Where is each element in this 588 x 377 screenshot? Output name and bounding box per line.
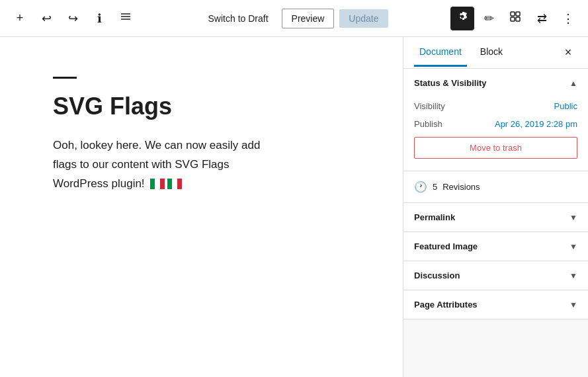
share-button[interactable]: ⇄	[530, 7, 554, 30]
featured-image-chevron-down-icon: ▼	[569, 242, 577, 251]
undo-button[interactable]: ↩	[34, 7, 58, 30]
main-area: SVG Flags Ooh, lookey here. We can now e…	[0, 37, 588, 377]
italy-flag-2	[167, 179, 182, 189]
switch-draft-button[interactable]: Switch to Draft	[200, 9, 276, 28]
svg-rect-12	[177, 179, 182, 189]
discussion-section: Discussion ▼	[403, 261, 588, 290]
revisions-row[interactable]: 🕐 5 Revisions	[403, 171, 588, 203]
sidebar: Document Block × Status & Visibility ▲ V…	[403, 37, 588, 377]
menu-button[interactable]	[114, 7, 138, 30]
page-attributes-chevron-down-icon: ▼	[569, 300, 577, 310]
svg-rect-5	[511, 17, 515, 21]
permalink-chevron-down-icon: ▼	[569, 213, 577, 222]
share-icon: ⇄	[537, 11, 547, 26]
svg-rect-3	[511, 12, 515, 16]
discussion-title: Discussion	[414, 271, 460, 280]
visibility-label: Visibility	[414, 101, 445, 111]
svg-rect-4	[516, 12, 520, 16]
status-visibility-section: Status & Visibility ▲ Visibility Public …	[403, 69, 588, 171]
more-options-icon: ⋮	[562, 11, 574, 26]
permalink-title: Permalink	[414, 212, 455, 222]
content-line2: flags to our content with SVG Flags	[53, 158, 229, 171]
title-divider	[53, 77, 77, 79]
publish-value[interactable]: Apr 26, 2019 2:28 pm	[495, 119, 577, 129]
move-to-trash-button[interactable]: Move to trash	[414, 137, 577, 159]
tools-button[interactable]: ✏	[477, 7, 501, 30]
tab-block[interactable]: Block	[475, 38, 508, 67]
svg-rect-10	[167, 179, 172, 189]
revisions-icon: 🕐	[414, 181, 427, 193]
publish-row: Publish Apr 26, 2019 2:28 pm	[414, 115, 577, 133]
sidebar-close-button[interactable]: ×	[559, 44, 577, 62]
undo-icon: ↩	[42, 11, 52, 26]
preview-button[interactable]: Preview	[282, 9, 335, 28]
page-attributes-section: Page Attributes ▼	[403, 290, 588, 319]
svg-rect-9	[160, 179, 165, 189]
post-content[interactable]: Ooh, lookey here. We can now easily add …	[53, 136, 350, 194]
svg-rect-11	[172, 179, 177, 189]
toolbar-right: ✏ ⇄ ⋮	[391, 7, 580, 30]
status-visibility-content: Visibility Public Publish Apr 26, 2019 2…	[403, 97, 588, 171]
toolbar-center: Switch to Draft Preview Update	[200, 9, 389, 28]
featured-image-header[interactable]: Featured Image ▼	[403, 232, 588, 261]
svg-rect-8	[155, 179, 160, 189]
italy-flag	[150, 179, 165, 189]
more-options-button[interactable]: ⋮	[556, 7, 580, 30]
sidebar-tabs: Document Block ×	[403, 37, 588, 69]
redo-icon: ↪	[68, 11, 78, 26]
status-visibility-chevron-up-icon: ▲	[569, 79, 577, 88]
redo-button[interactable]: ↪	[61, 7, 85, 30]
status-visibility-title: Status & Visibility	[414, 78, 487, 88]
add-button[interactable]: +	[8, 7, 32, 30]
add-icon: +	[17, 11, 24, 25]
update-button[interactable]: Update	[339, 9, 388, 28]
visibility-value[interactable]: Public	[554, 101, 577, 111]
visibility-row: Visibility Public	[414, 97, 577, 115]
svg-rect-6	[516, 17, 520, 21]
revisions-count: 5	[433, 182, 437, 192]
toolbar-left: + ↩ ↪ ℹ	[8, 7, 197, 30]
permalink-header[interactable]: Permalink ▼	[403, 203, 588, 231]
post-title[interactable]: SVG Flags	[53, 92, 350, 120]
revisions-label: Revisions	[442, 182, 480, 192]
settings-icon	[456, 11, 468, 26]
page-attributes-header[interactable]: Page Attributes ▼	[403, 290, 588, 319]
svg-rect-7	[150, 179, 155, 189]
discussion-header[interactable]: Discussion ▼	[403, 261, 588, 290]
info-icon: ℹ	[97, 11, 102, 26]
publish-label: Publish	[414, 119, 442, 129]
featured-image-title: Featured Image	[414, 241, 478, 251]
tools-icon: ✏	[484, 11, 494, 26]
block-navigation-button[interactable]	[503, 7, 527, 30]
toolbar: + ↩ ↪ ℹ Switch to Draft Preview Update	[0, 0, 588, 37]
menu-icon	[120, 11, 132, 26]
settings-button[interactable]	[450, 7, 474, 30]
featured-image-section: Featured Image ▼	[403, 232, 588, 261]
editor-area: SVG Flags Ooh, lookey here. We can now e…	[0, 37, 403, 377]
flag-container	[150, 179, 182, 189]
block-nav-icon	[509, 11, 521, 26]
discussion-chevron-down-icon: ▼	[569, 271, 577, 280]
tab-document[interactable]: Document	[414, 38, 467, 67]
content-line1: Ooh, lookey here. We can now easily add	[53, 139, 260, 151]
info-button[interactable]: ℹ	[87, 7, 111, 30]
content-line3: WordPress plugin!	[53, 177, 145, 190]
permalink-section: Permalink ▼	[403, 203, 588, 232]
status-visibility-header[interactable]: Status & Visibility ▲	[403, 69, 588, 97]
page-attributes-title: Page Attributes	[414, 300, 478, 310]
